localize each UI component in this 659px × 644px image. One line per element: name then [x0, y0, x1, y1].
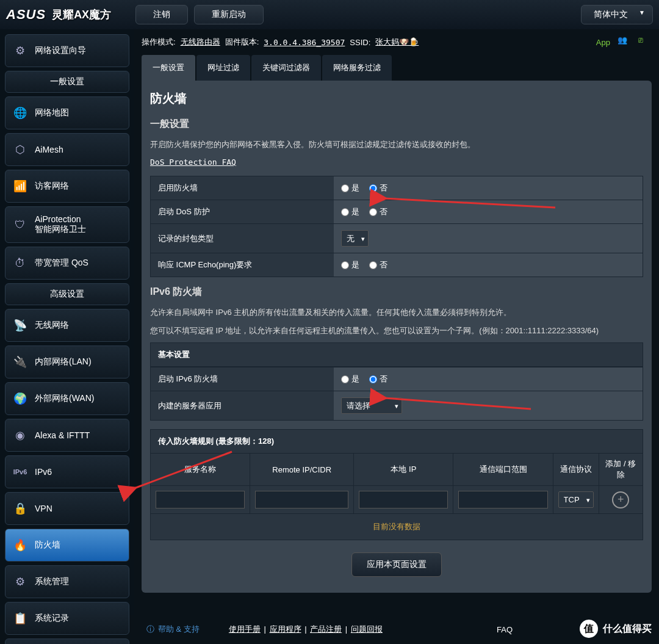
sidebar-item-wireless[interactable]: 📡 无线网络: [5, 309, 129, 342]
sidebar-item-label: AiProtection 智能网络卫士: [35, 214, 86, 235]
label-server-app: 内建的服务器应用: [151, 391, 334, 421]
sidebar-item-vpn[interactable]: 🔒 VPN: [5, 492, 129, 525]
sidebar-item-aimesh[interactable]: ⬡ AiMesh: [5, 133, 129, 166]
shield-icon: 🛡: [12, 216, 29, 233]
tab-general[interactable]: 一般设置: [142, 55, 195, 81]
footer-register[interactable]: 产品注册: [310, 624, 342, 634]
sidebar-item-label: 内部网络(LAN): [35, 356, 92, 367]
sidebar-item-tools[interactable]: 🔧 网络工具: [5, 639, 129, 644]
row-enable-firewall: 启用防火墙 是 否: [151, 176, 643, 200]
sidebar-item-qos[interactable]: ⏱ 带宽管理 QoS: [5, 247, 129, 280]
rule-table: 服务名称 Remote IP/CIDR 本地 IP 通信端口范围 通信协议 添加…: [150, 453, 643, 514]
gear-icon: ⚙: [12, 573, 29, 590]
add-rule-button[interactable]: +: [612, 491, 629, 508]
sidebar-item-label: 外部网络(WAN): [35, 393, 94, 404]
sidebar-item-label: 无线网络: [35, 320, 69, 331]
packet-type-select[interactable]: 无: [341, 230, 369, 247]
tab-url-filter[interactable]: 网址过滤: [196, 55, 250, 81]
rule-input-row: TCP +: [151, 486, 643, 514]
tab-service-filter[interactable]: 网络服务过滤: [322, 55, 392, 81]
brand-logo: ASUS: [6, 7, 46, 23]
sidebar-item-label: IPv6: [35, 467, 52, 477]
sidebar-item-label: 访客网络: [35, 181, 69, 192]
logout-button[interactable]: 注销: [135, 5, 188, 24]
sidebar-item-admin[interactable]: ⚙ 系统管理: [5, 565, 129, 598]
mode-label: 操作模式:: [142, 37, 176, 48]
icmp-yes[interactable]: 是: [341, 259, 359, 270]
lan-icon: 🔌: [12, 353, 29, 371]
ipv6-form-table: 启动 IPv6 防火墙 是 否 内建的服务器应用 请选择: [150, 367, 643, 421]
label-packet-type: 记录的封包类型: [151, 224, 334, 253]
apply-button[interactable]: 应用本页面设置: [351, 552, 442, 577]
sidebar-item-aiprotection[interactable]: 🛡 AiProtection 智能网络卫士: [5, 206, 129, 243]
col-local-ip: 本地 IP: [354, 454, 453, 486]
basic-settings-header: 基本设置: [150, 342, 643, 367]
sidebar-item-lan[interactable]: 🔌 内部网络(LAN): [5, 346, 129, 378]
label-icmp: 响应 ICMP Echo(ping)要求: [151, 253, 334, 277]
ipv6fw-yes[interactable]: 是: [341, 374, 359, 385]
sidebar-item-network-map[interactable]: 🌐 网络地图: [5, 96, 129, 129]
ipv6fw-no[interactable]: 否: [369, 374, 387, 385]
sidebar-item-wan[interactable]: 🌍 外部网络(WAN): [5, 382, 129, 415]
col-protocol: 通信协议: [553, 454, 599, 486]
label-enable-dos: 启动 DoS 防护: [151, 200, 334, 224]
fw-value-link[interactable]: 3.0.0.4.386_39507: [264, 38, 345, 47]
product-name: 灵耀AX魔方: [52, 7, 111, 22]
label-enable-firewall: 启用防火墙: [151, 176, 334, 200]
row-enable-ipv6-fw: 启动 IPv6 防火墙 是 否: [151, 367, 643, 391]
page-title: 防火墙: [150, 90, 643, 107]
enable-fw-no[interactable]: 否: [369, 183, 387, 194]
globe-icon: 🌐: [12, 104, 29, 121]
ssid-value-link[interactable]: 张大妈🐶🍺: [375, 37, 419, 48]
footer-apps[interactable]: 应用程序: [270, 624, 301, 634]
vpn-icon: 🔒: [12, 500, 29, 517]
users-icon[interactable]: 👥: [618, 35, 631, 49]
dos-faq-link[interactable]: DoS Protection FAQ: [150, 157, 236, 167]
service-name-input[interactable]: [156, 491, 245, 508]
guest-icon: 📶: [12, 178, 29, 195]
sidebar-item-label: 带宽管理 QoS: [35, 258, 88, 269]
label-enable-ipv6-fw: 启动 IPv6 防火墙: [151, 367, 334, 391]
enable-dos-yes[interactable]: 是: [341, 206, 359, 217]
sidebar-item-firewall[interactable]: 🔥 防火墙: [5, 529, 129, 562]
enable-fw-yes[interactable]: 是: [341, 183, 359, 194]
col-port: 通信端口范围: [453, 454, 553, 486]
section-general-title: 一般设置: [150, 118, 643, 131]
tab-keyword-filter[interactable]: 关键词过滤器: [251, 55, 321, 81]
sidebar-item-log[interactable]: 📋 系统记录: [5, 602, 129, 635]
language-selector[interactable]: 简体中文: [581, 5, 653, 24]
watermark-badge: 值: [580, 620, 598, 638]
row-server-app: 内建的服务器应用 请选择: [151, 391, 643, 421]
port-range-input[interactable]: [458, 491, 547, 508]
ipv6-desc2: 您可以不填写远程 IP 地址，以允许来自任何远程主机的流量传入。您也可以设置为一…: [150, 324, 643, 338]
settings-panel: 防火墙 一般设置 开启防火墙保护您的内部网络不被黑客入侵。防火墙可根据过滤规定过…: [142, 81, 652, 593]
mode-value-link[interactable]: 无线路由器: [181, 37, 220, 48]
sidebar-wizard[interactable]: ⚙ 网络设置向导: [5, 34, 129, 67]
footer-feedback[interactable]: 问题回报: [351, 624, 383, 634]
ssid-label: SSID:: [350, 38, 370, 47]
enable-dos-no[interactable]: 否: [369, 206, 387, 217]
row-enable-dos: 启动 DoS 防护 是 否: [151, 200, 643, 224]
remote-ip-input[interactable]: [255, 491, 348, 508]
server-app-select[interactable]: 请选择: [341, 397, 402, 414]
footer-help[interactable]: ⓘ 帮助 & 支持: [146, 624, 200, 635]
info-bar: 操作模式: 无线路由器 固件版本: 3.0.0.4.386_39507 SSID…: [142, 35, 652, 49]
protocol-select[interactable]: TCP: [558, 491, 594, 508]
sidebar-item-alexa[interactable]: ◉ Alexa & IFTTT: [5, 419, 129, 452]
wifi-icon: 📡: [12, 317, 29, 334]
watermark: 值 什么值得买: [580, 620, 652, 638]
footer-faq[interactable]: FAQ: [497, 625, 513, 634]
icmp-no[interactable]: 否: [369, 259, 387, 270]
footer-manual[interactable]: 使用手册: [229, 624, 261, 634]
usb-icon[interactable]: ⎚: [638, 35, 652, 49]
sidebar-general-header: 一般设置: [5, 71, 129, 93]
reboot-button[interactable]: 重新启动: [194, 5, 264, 24]
app-link[interactable]: App: [596, 38, 610, 47]
sidebar-item-label: 防火墙: [35, 540, 60, 551]
content-area: 操作模式: 无线路由器 固件版本: 3.0.0.4.386_39507 SSID…: [134, 29, 659, 615]
local-ip-input[interactable]: [359, 491, 448, 508]
sidebar-item-ipv6[interactable]: IPv6 IPv6: [5, 455, 129, 488]
footer-links: 使用手册 | 应用程序 | 产品注册 | 问题回报: [229, 624, 383, 635]
sidebar-item-guest[interactable]: 📶 访客网络: [5, 170, 129, 203]
sidebar-item-label: 系统管理: [35, 576, 69, 587]
